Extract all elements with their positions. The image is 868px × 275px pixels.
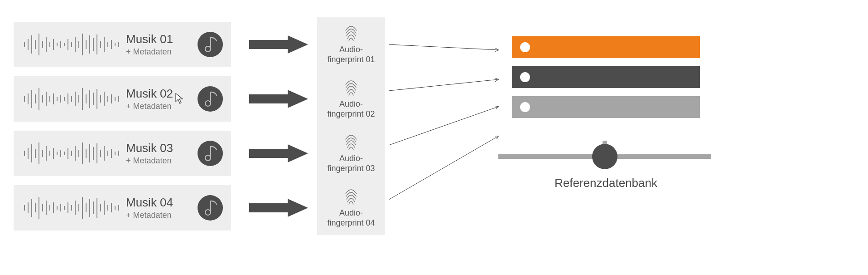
fingerprint-card-04: Audio- fingerprint 04 — [317, 181, 385, 235]
music-title: Musik 03 — [126, 141, 197, 155]
svg-line-121 — [389, 79, 498, 91]
waveform-icon — [23, 31, 122, 58]
arrow-right-icon — [249, 144, 308, 162]
fingerprint-icon — [343, 133, 359, 151]
status-dot-icon — [520, 102, 530, 112]
svg-line-120 — [389, 44, 498, 50]
database-node-1 — [512, 36, 700, 58]
arrow-right-icon — [249, 35, 308, 54]
music-card-01: Musik 01 + Metadaten — [14, 22, 231, 67]
fingerprint-label-line1: Audio- — [339, 99, 363, 109]
svg-marker-118 — [249, 144, 308, 162]
arrow-right-icon — [249, 90, 308, 108]
waveform-icon — [23, 140, 122, 167]
music-card-04: Musik 04 + Metadaten — [14, 185, 231, 231]
fingerprint-label-line2: fingerprint 02 — [327, 109, 375, 119]
waveform-icon — [23, 85, 122, 113]
fingerprint-card-02: Audio- fingerprint 02 — [317, 72, 385, 126]
svg-marker-119 — [249, 199, 308, 217]
music-card-labels: Musik 04 + Metadaten — [122, 196, 197, 220]
database-stack — [512, 36, 700, 126]
arrow-right-icon — [249, 199, 308, 217]
music-card-labels: Musik 02 + Metadaten — [122, 87, 197, 111]
svg-marker-117 — [249, 90, 308, 108]
fingerprint-label-line2: fingerprint 01 — [327, 55, 375, 65]
database-node-2 — [512, 66, 700, 88]
database-stand-icon — [498, 141, 711, 172]
fingerprint-card-01: Audio- fingerprint 01 — [317, 17, 385, 72]
cursor-icon — [175, 93, 184, 104]
music-card-labels: Musik 03 + Metadaten — [122, 141, 197, 166]
fingerprint-icon — [343, 24, 359, 42]
status-dot-icon — [520, 72, 530, 82]
music-note-icon — [197, 194, 224, 221]
music-title: Musik 04 — [126, 196, 197, 210]
music-subtitle: + Metadaten — [126, 156, 197, 166]
fingerprint-label-line2: fingerprint 03 — [327, 164, 375, 174]
music-card-labels: Musik 01 + Metadaten — [122, 32, 197, 57]
fingerprint-label-line1: Audio- — [339, 154, 363, 164]
fingerprint-icon — [343, 187, 359, 206]
fingerprint-label-line1: Audio- — [339, 208, 363, 218]
music-card-02: Musik 02 + Metadaten — [14, 76, 231, 122]
music-note-icon — [197, 140, 224, 167]
svg-point-126 — [592, 144, 617, 169]
music-subtitle: + Metadaten — [126, 211, 197, 220]
music-subtitle: + Metadaten — [126, 47, 197, 57]
fingerprint-label-line2: fingerprint 04 — [327, 218, 375, 228]
svg-line-122 — [389, 107, 498, 145]
database-label: Referenzdatenbank — [512, 176, 700, 190]
waveform-icon — [23, 194, 122, 221]
music-note-icon — [197, 85, 224, 113]
music-title: Musik 01 — [126, 32, 197, 46]
music-note-icon — [197, 31, 224, 58]
fingerprint-card-03: Audio- fingerprint 03 — [317, 126, 385, 181]
music-title: Musik 02 — [126, 87, 197, 101]
music-card-03: Musik 03 + Metadaten — [14, 131, 231, 176]
fingerprint-label-line1: Audio- — [339, 45, 363, 55]
database-node-3 — [512, 96, 700, 118]
music-subtitle: + Metadaten — [126, 102, 197, 111]
svg-line-123 — [389, 136, 498, 200]
fingerprint-icon — [343, 79, 359, 97]
status-dot-icon — [520, 42, 530, 52]
svg-marker-116 — [249, 35, 308, 54]
